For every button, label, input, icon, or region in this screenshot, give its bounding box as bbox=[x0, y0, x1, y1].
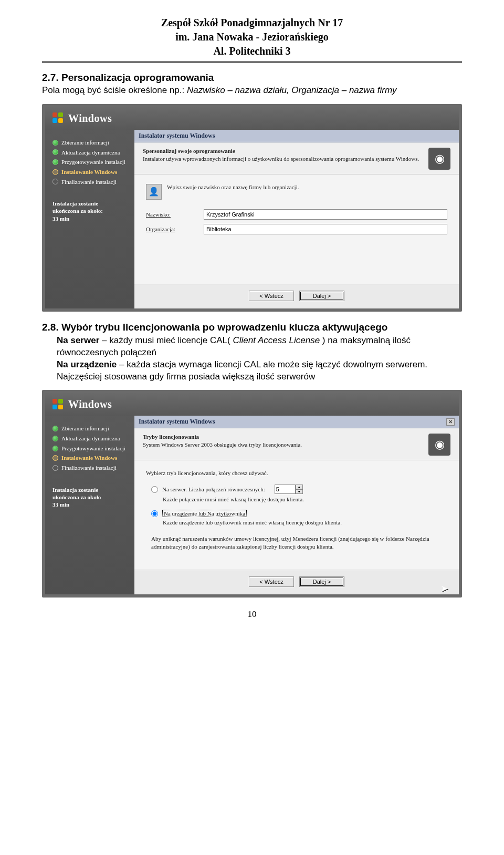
dialog-content: Wybierz tryb licencjonowania, który chce… bbox=[134, 460, 459, 570]
next-button[interactable]: Dalej > bbox=[299, 576, 344, 587]
na-urzadzenie-label: Na urządzenie bbox=[57, 359, 117, 369]
cal-italic: Client Access License bbox=[233, 335, 320, 345]
installer-sidebar: Zbieranie informacji Aktualizacja dynami… bbox=[45, 416, 134, 594]
radio-per-server-desc: Każde połączenie musi mieć własną licenc… bbox=[163, 496, 447, 502]
eta-value: 33 min bbox=[52, 215, 129, 222]
step-label: Finalizowanie instalacji bbox=[61, 179, 117, 186]
header-line-1: Zespół Szkół Ponadgimnazjalnych Nr 17 bbox=[42, 16, 462, 30]
back-button[interactable]: < Wstecz bbox=[249, 291, 294, 301]
next-button[interactable]: Dalej > bbox=[299, 291, 344, 301]
installer-dialog: Instalator systemu Windows Spersonalizuj… bbox=[134, 130, 459, 308]
eta-line: ukończona za około bbox=[52, 493, 129, 501]
spin-down-button[interactable]: ▼ bbox=[296, 489, 303, 494]
sidebar-eta: Instalacja zostanie ukończona za około: … bbox=[52, 200, 129, 222]
dialog-title: Instalator systemu Windows bbox=[139, 418, 215, 426]
windows-brand-text: Windows bbox=[68, 112, 112, 125]
dialog-head-title: Spersonalizuj swoje oprogramowanie bbox=[143, 148, 422, 154]
step-label: Zbieranie informacji bbox=[61, 425, 109, 432]
na-serwer-label: Na serwer bbox=[57, 335, 99, 345]
dialog-titlebar: Instalator systemu Windows bbox=[134, 130, 459, 142]
section-2-7-text-a: Pola mogą być ściśle określone np.: bbox=[42, 85, 187, 95]
spin-up-button[interactable]: ▲ bbox=[296, 485, 303, 489]
dialog-content: 👤 Wpisz swoje nazwisko oraz nazwę firmy … bbox=[134, 174, 459, 284]
step-installing-windows: Instalowanie Windows bbox=[52, 455, 129, 461]
step-collecting-info: Zbieranie informacji bbox=[52, 425, 129, 432]
dialog-head-desc: Instalator używa wprowadzonych informacj… bbox=[143, 156, 422, 162]
step-label: Aktualizacja dynamiczna bbox=[61, 435, 120, 442]
connections-input[interactable] bbox=[275, 485, 296, 494]
eta-line: ukończona za około: bbox=[52, 207, 129, 214]
section-2-8-title: 2.8. Wybór trybu licencjonowania po wpro… bbox=[42, 321, 462, 334]
step-dynamic-update: Aktualizacja dynamiczna bbox=[52, 149, 129, 156]
step-installing-windows: Instalowanie Windows bbox=[52, 169, 129, 176]
header-line-2: im. Jana Nowaka - Jeziorańskiego bbox=[42, 30, 462, 44]
close-icon[interactable]: ✕ bbox=[446, 418, 455, 426]
name-label: Nazwisko: bbox=[146, 211, 198, 218]
dialog-header: Tryby licencjonowania System Windows Ser… bbox=[134, 428, 459, 460]
mouse-cursor-icon: ➤ bbox=[440, 583, 448, 594]
dialog-title: Instalator systemu Windows bbox=[139, 132, 215, 140]
back-button[interactable]: < Wstecz bbox=[249, 576, 294, 587]
page-number: 10 bbox=[42, 609, 462, 620]
dialog-head-desc: System Windows Server 2003 obsługuje dwa… bbox=[143, 441, 422, 448]
user-pc-icon: 👤 bbox=[146, 184, 162, 200]
radio-per-device-desc: Każde urządzenie lub użytkownik musi mie… bbox=[163, 519, 447, 526]
connections-spinner[interactable]: ▲ ▼ bbox=[275, 485, 303, 494]
cd-icon: ◉ bbox=[428, 148, 450, 170]
section-2-7-title: 2.7. Personalizacja oprogramowania bbox=[42, 72, 462, 84]
section-2-7-paragraph: Pola mogą być ściśle określone np.: Nazw… bbox=[42, 85, 462, 97]
step-collecting-info: Zbieranie informacji bbox=[52, 139, 129, 146]
windows-banner: Windows bbox=[45, 393, 459, 416]
installer-dialog: Instalator systemu Windows ✕ Tryby licen… bbox=[134, 416, 459, 594]
windows-flag-icon bbox=[52, 399, 64, 410]
step-label: Przygotowywanie instalacji bbox=[61, 159, 125, 166]
radio-per-server[interactable] bbox=[151, 486, 158, 493]
dialog-titlebar: Instalator systemu Windows ✕ bbox=[134, 416, 459, 428]
step-preparing-install: Przygotowywanie instalacji bbox=[52, 445, 129, 452]
sidebar-eta: Instalacja zostanie ukończona za około 3… bbox=[52, 486, 129, 509]
dialog-header: Spersonalizuj swoje oprogramowanie Insta… bbox=[134, 142, 459, 174]
licensing-intro: Wybierz tryb licencjonowania, który chce… bbox=[146, 470, 447, 476]
radio-per-device-label: Na urządzenie lub Na użytkownika bbox=[162, 510, 247, 517]
step-label: Aktualizacja dynamiczna bbox=[61, 149, 120, 156]
screenshot-personalize: Windows Zbieranie informacji Aktualizacj… bbox=[42, 104, 462, 312]
header-rule bbox=[42, 61, 462, 63]
step-label: Zbieranie informacji bbox=[61, 139, 109, 146]
radio-per-server-label: Na serwer. Liczba połączeń równoczesnych… bbox=[162, 486, 265, 492]
org-input[interactable] bbox=[204, 224, 447, 234]
step-label: Finalizowanie instalacji bbox=[61, 465, 117, 471]
windows-brand-text: Windows bbox=[68, 398, 112, 410]
step-label: Instalowanie Windows bbox=[61, 169, 117, 176]
windows-flag-icon bbox=[52, 112, 64, 124]
radio-per-device[interactable] bbox=[151, 510, 158, 517]
windows-banner: Windows bbox=[45, 107, 459, 130]
eta-line: Instalacja zostanie bbox=[52, 200, 129, 207]
licensing-note: Aby uniknąć naruszenia warunków umowy li… bbox=[151, 535, 447, 551]
step-finalizing: Finalizowanie instalacji bbox=[52, 179, 129, 186]
dialog-button-row: < Wstecz Dalej > bbox=[134, 284, 459, 308]
installer-sidebar: Zbieranie informacji Aktualizacja dynami… bbox=[45, 130, 134, 308]
name-input[interactable] bbox=[204, 209, 447, 220]
screenshot-licensing: Windows Zbieranie informacji Aktualizacj… bbox=[42, 390, 462, 598]
t1: – każdy musi mieć licencje CAL( bbox=[102, 335, 233, 345]
step-dynamic-update: Aktualizacja dynamiczna bbox=[52, 435, 129, 442]
cd-icon: ◉ bbox=[428, 434, 450, 456]
section-2-8-paragraph-2: Na urządzenie – każda stacja wymaga lice… bbox=[57, 359, 462, 383]
dialog-button-row: < Wstecz Dalej > bbox=[134, 570, 459, 594]
step-preparing-install: Przygotowywanie instalacji bbox=[52, 159, 129, 166]
step-finalizing: Finalizowanie instalacji bbox=[52, 465, 129, 471]
step-label: Instalowanie Windows bbox=[61, 455, 117, 461]
org-label: Organizacja: bbox=[146, 226, 198, 232]
dialog-head-title: Tryby licencjonowania bbox=[143, 434, 422, 440]
form-intro-text: Wpisz swoje nazwisko oraz nazwę firmy lu… bbox=[167, 184, 299, 190]
section-2-8-paragraph-1: Na serwer – każdy musi mieć licencje CAL… bbox=[57, 335, 462, 359]
eta-value: 33 min bbox=[52, 501, 129, 508]
eta-line: Instalacja zostanie bbox=[52, 486, 129, 493]
header-line-3: Al. Politechniki 3 bbox=[42, 44, 462, 58]
section-2-7-text-italic: Nazwisko – nazwa działu, Organizacja – n… bbox=[187, 85, 397, 95]
step-label: Przygotowywanie instalacji bbox=[61, 445, 125, 452]
document-header: Zespół Szkół Ponadgimnazjalnych Nr 17 im… bbox=[42, 16, 462, 58]
